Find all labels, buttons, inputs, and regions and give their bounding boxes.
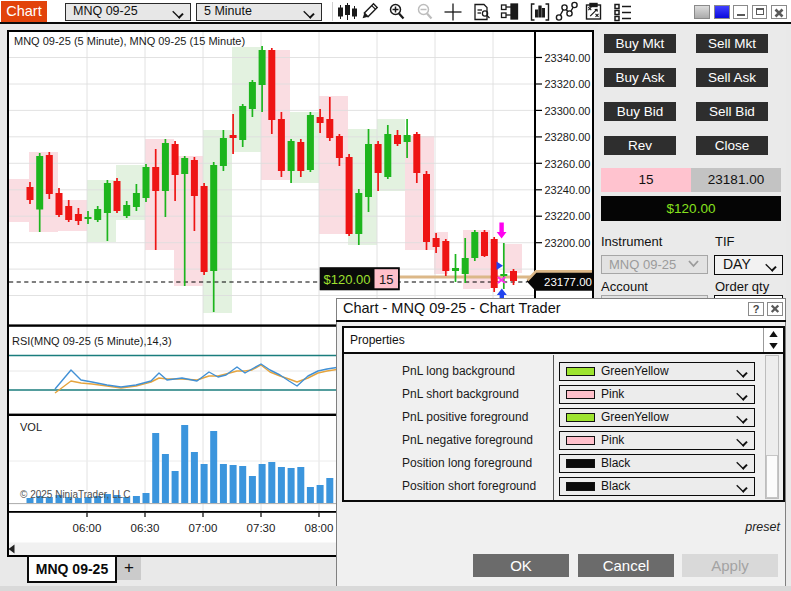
svg-text:23300.00: 23300.00 <box>545 105 591 117</box>
svg-text:© 2025 NinjaTrader, LLC: © 2025 NinjaTrader, LLC <box>20 489 130 500</box>
svg-text:06:00: 06:00 <box>73 522 102 534</box>
svg-text:RSI(MNQ 09-25 (5 Minute),14,3): RSI(MNQ 09-25 (5 Minute),14,3) <box>12 335 172 347</box>
svg-text:15: 15 <box>379 272 393 287</box>
svg-text:23260.00: 23260.00 <box>545 158 591 170</box>
svg-text:23280.00: 23280.00 <box>545 131 591 143</box>
svg-text:23220.00: 23220.00 <box>545 210 591 222</box>
svg-text:06:30: 06:30 <box>131 522 160 534</box>
svg-text:VOL: VOL <box>20 421 42 433</box>
svg-text:MNQ 09-25 (5 Minute), MNQ 09-2: MNQ 09-25 (5 Minute), MNQ 09-25 (15 Minu… <box>14 35 245 47</box>
svg-text:07:30: 07:30 <box>247 522 276 534</box>
svg-text:07:00: 07:00 <box>189 522 218 534</box>
svg-text:23200.00: 23200.00 <box>545 237 591 249</box>
svg-text:08:00: 08:00 <box>305 522 334 534</box>
svg-text:23320.00: 23320.00 <box>545 78 591 90</box>
svg-text:23177.00: 23177.00 <box>544 276 592 288</box>
svg-text:$120.00: $120.00 <box>324 272 371 287</box>
svg-text:23240.00: 23240.00 <box>545 184 591 196</box>
svg-text:23340.00: 23340.00 <box>545 52 591 64</box>
